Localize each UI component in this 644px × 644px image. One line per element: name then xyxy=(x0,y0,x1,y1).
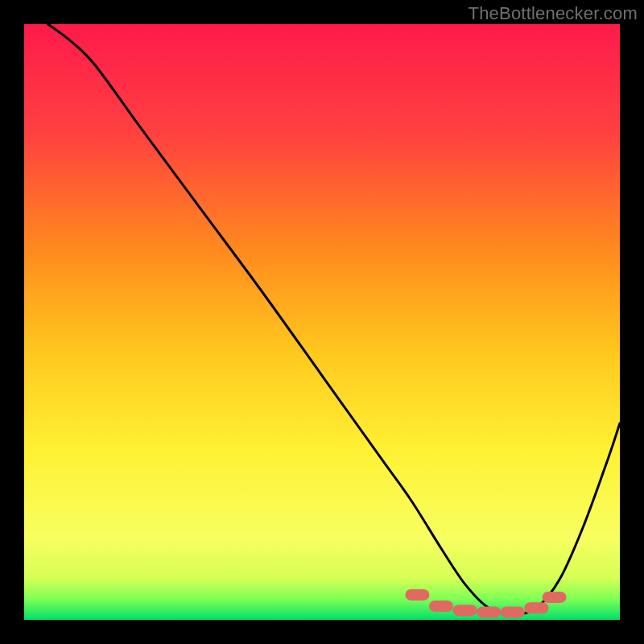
gradient-background xyxy=(24,24,620,620)
optimal-marker xyxy=(477,606,501,617)
watermark-text: TheBottlenecker.com xyxy=(469,3,638,24)
bottleneck-chart xyxy=(24,24,620,620)
optimal-marker xyxy=(405,589,429,601)
chart-frame xyxy=(24,24,620,620)
optimal-marker xyxy=(429,601,453,612)
optimal-marker xyxy=(501,606,525,617)
optimal-marker xyxy=(524,602,548,613)
optimal-marker xyxy=(543,592,567,603)
optimal-marker xyxy=(453,605,477,616)
